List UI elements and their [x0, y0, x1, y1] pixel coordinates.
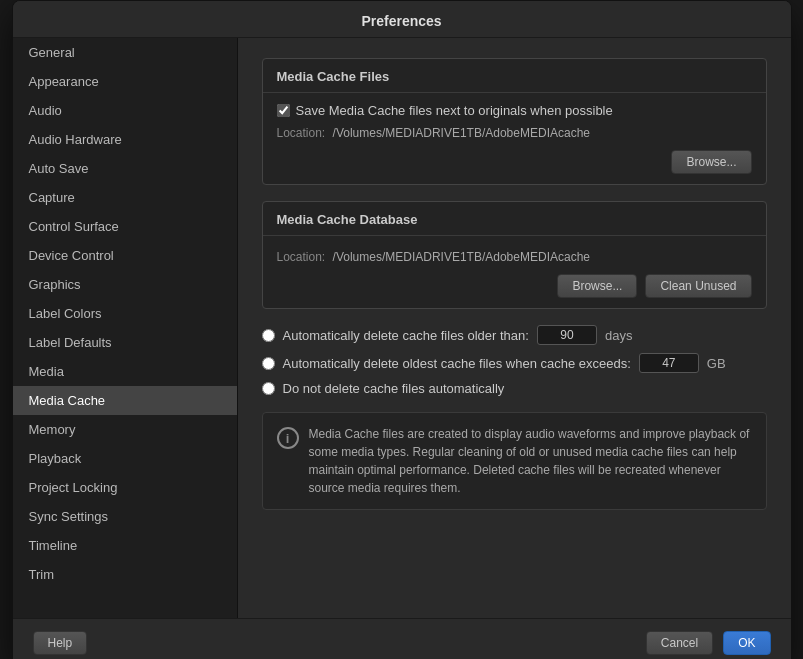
media-cache-database-section: Media Cache Database Location: /Volumes/… [262, 201, 767, 309]
sidebar-item-timeline[interactable]: Timeline [13, 531, 237, 560]
db-browse-button[interactable]: Browse... [557, 274, 637, 298]
cancel-button[interactable]: Cancel [646, 631, 713, 655]
radio-no-delete[interactable] [262, 382, 275, 395]
footer: Help Cancel OK [13, 618, 791, 659]
sidebar-item-media-cache[interactable]: Media Cache [13, 386, 237, 415]
sidebar-item-device-control[interactable]: Device Control [13, 241, 237, 270]
sidebar-item-audio-hardware[interactable]: Audio Hardware [13, 125, 237, 154]
sidebar-item-memory[interactable]: Memory [13, 415, 237, 444]
main-panel: Media Cache Files Save Media Cache files… [238, 38, 791, 618]
radio3-label: Do not delete cache files automatically [283, 381, 505, 396]
sidebar-item-project-locking[interactable]: Project Locking [13, 473, 237, 502]
sidebar-item-capture[interactable]: Capture [13, 183, 237, 212]
radio-exceeds[interactable] [262, 357, 275, 370]
radio-row-2: Automatically delete oldest cache files … [262, 353, 767, 373]
sidebar-item-media[interactable]: Media [13, 357, 237, 386]
info-box: i Media Cache files are created to displ… [262, 412, 767, 510]
files-location-label: Location: [277, 126, 326, 140]
radio-older-than[interactable] [262, 329, 275, 342]
db-location-text: Location: /Volumes/MEDIADRIVE1TB/AdobeME… [277, 250, 590, 264]
radio2-label: Automatically delete oldest cache files … [283, 356, 631, 371]
db-location-row: Location: /Volumes/MEDIADRIVE1TB/AdobeME… [277, 250, 752, 264]
files-browse-button[interactable]: Browse... [671, 150, 751, 174]
sidebar-item-control-surface[interactable]: Control Surface [13, 212, 237, 241]
save-cache-checkbox[interactable] [277, 104, 290, 117]
save-cache-row: Save Media Cache files next to originals… [277, 103, 752, 118]
auto-delete-section: Automatically delete cache files older t… [262, 325, 767, 396]
radio-row-1: Automatically delete cache files older t… [262, 325, 767, 345]
help-button[interactable]: Help [33, 631, 88, 655]
radio1-label: Automatically delete cache files older t… [283, 328, 529, 343]
sidebar-item-general[interactable]: General [13, 38, 237, 67]
sidebar-item-appearance[interactable]: Appearance [13, 67, 237, 96]
sidebar-item-trim[interactable]: Trim [13, 560, 237, 589]
info-icon: i [277, 427, 299, 449]
files-browse-row: Browse... [277, 150, 752, 174]
media-cache-files-title: Media Cache Files [263, 59, 766, 93]
db-buttons-row: Browse... Clean Unused [277, 274, 752, 298]
preferences-dialog: Preferences GeneralAppearanceAudioAudio … [12, 0, 792, 659]
info-text: Media Cache files are created to display… [309, 425, 752, 497]
title-bar: Preferences [13, 1, 791, 38]
clean-unused-button[interactable]: Clean Unused [645, 274, 751, 298]
sidebar-item-auto-save[interactable]: Auto Save [13, 154, 237, 183]
sidebar: GeneralAppearanceAudioAudio HardwareAuto… [13, 38, 238, 618]
files-location-row: Location: /Volumes/MEDIADRIVE1TB/AdobeME… [277, 126, 752, 140]
ok-button[interactable]: OK [723, 631, 770, 655]
files-location-path: /Volumes/MEDIADRIVE1TB/AdobeMEDIAcache [333, 126, 590, 140]
save-cache-label: Save Media Cache files next to originals… [296, 103, 613, 118]
sidebar-item-sync-settings[interactable]: Sync Settings [13, 502, 237, 531]
radio-row-3: Do not delete cache files automatically [262, 381, 767, 396]
media-cache-files-section: Media Cache Files Save Media Cache files… [262, 58, 767, 185]
sidebar-item-playback[interactable]: Playback [13, 444, 237, 473]
db-location-label: Location: [277, 250, 326, 264]
older-than-input[interactable] [537, 325, 597, 345]
sidebar-item-graphics[interactable]: Graphics [13, 270, 237, 299]
dialog-title: Preferences [361, 13, 441, 29]
files-location-text: Location: /Volumes/MEDIADRIVE1TB/AdobeME… [277, 126, 590, 140]
db-location-path: /Volumes/MEDIADRIVE1TB/AdobeMEDIAcache [333, 250, 590, 264]
sidebar-item-audio[interactable]: Audio [13, 96, 237, 125]
exceeds-input[interactable] [639, 353, 699, 373]
sidebar-item-label-defaults[interactable]: Label Defaults [13, 328, 237, 357]
media-cache-database-title: Media Cache Database [263, 202, 766, 236]
radio1-unit: days [605, 328, 632, 343]
radio2-unit: GB [707, 356, 726, 371]
sidebar-item-label-colors[interactable]: Label Colors [13, 299, 237, 328]
